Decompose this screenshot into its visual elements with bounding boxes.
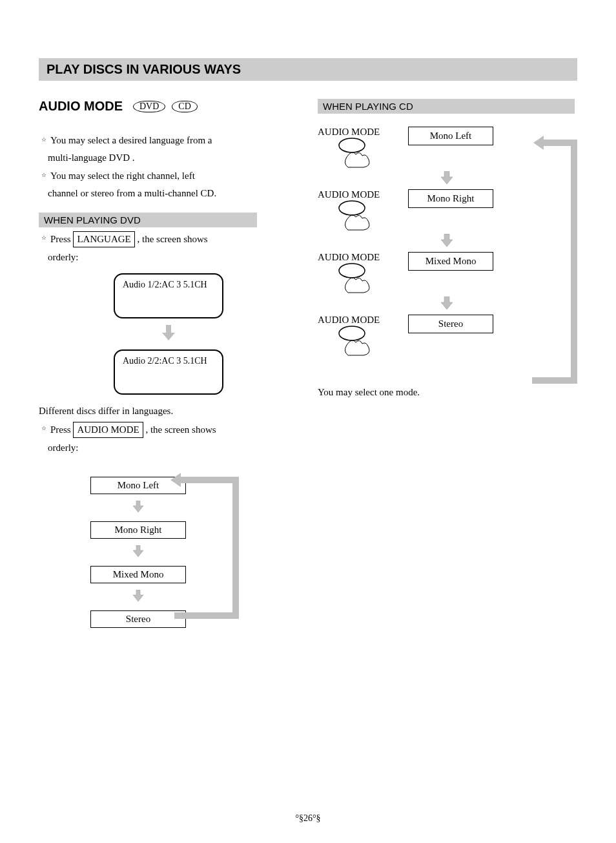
press-button-icon bbox=[334, 326, 379, 357]
language-key: LANGUAGE bbox=[73, 231, 134, 247]
press-suffix: , the screen shows bbox=[135, 234, 208, 244]
press-button-icon bbox=[334, 138, 379, 169]
press2-suffix: , the screen shows bbox=[143, 424, 216, 435]
cd-section-header: WHEN PLAYING CD bbox=[318, 99, 575, 114]
press-button-icon bbox=[334, 200, 379, 231]
loop-arrow-icon bbox=[168, 469, 245, 630]
svg-point-1 bbox=[339, 201, 365, 215]
audiomode-label: AUDIO MODE bbox=[318, 127, 395, 138]
press-language-line: ☆ Press LANGUAGE , the screen shows bbox=[41, 231, 298, 247]
arrow-down-icon bbox=[441, 171, 453, 184]
section-title: AUDIO MODE bbox=[39, 99, 123, 114]
page-number: °§26°§ bbox=[0, 813, 616, 824]
svg-point-2 bbox=[339, 264, 365, 278]
intro-text-1b: multi-language DVD . bbox=[48, 151, 298, 165]
cd-mode-mono-left: Mono Left bbox=[408, 127, 493, 145]
intro-bullet-1: ☆ You may select a desired language from… bbox=[41, 133, 298, 148]
press-audiomode-line: ☆ Press AUDIO MODE , the screen shows bbox=[41, 422, 298, 438]
cd-mode-mixed-mono: Mixed Mono bbox=[408, 252, 493, 271]
svg-point-3 bbox=[339, 326, 365, 340]
loop-arrow-icon bbox=[532, 133, 584, 391]
audiomode-label: AUDIO MODE bbox=[318, 252, 395, 263]
arrow-down-icon bbox=[133, 545, 143, 559]
orderly-text: orderly: bbox=[48, 250, 298, 265]
press-prefix: Press bbox=[50, 234, 73, 244]
cd-mode-stereo: Stereo bbox=[408, 315, 493, 333]
main-title: PLAY DISCS IN VARIOUS WAYS bbox=[39, 58, 577, 81]
cd-mode-mono-right: Mono Right bbox=[408, 189, 493, 208]
audiomode-label: AUDIO MODE bbox=[318, 189, 395, 200]
screen-box-2: Audio 2/2:AC 3 5.1CH bbox=[114, 349, 223, 395]
diff-discs-text: Different discs differ in languages. bbox=[39, 404, 298, 419]
bullet-icon: ☆ bbox=[41, 234, 46, 243]
audiomode-label: AUDIO MODE bbox=[318, 315, 395, 326]
left-column: AUDIO MODE DVD CD ☆ You may select a des… bbox=[39, 99, 298, 643]
intro-text-2a: You may select the right channel, left bbox=[50, 169, 195, 183]
intro-text-2b: channel or stereo from a multi-channel C… bbox=[48, 186, 298, 201]
bullet-icon: ☆ bbox=[41, 171, 46, 180]
svg-point-0 bbox=[339, 138, 365, 152]
press-button-icon bbox=[334, 263, 379, 294]
cd-tag: CD bbox=[172, 101, 197, 112]
dvd-section-header: WHEN PLAYING DVD bbox=[39, 213, 257, 227]
arrow-down-icon bbox=[133, 501, 143, 515]
arrow-down-icon bbox=[162, 325, 175, 343]
dvd-tag: DVD bbox=[133, 101, 165, 112]
screen-box-1: Audio 1/2:AC 3 5.1CH bbox=[114, 273, 223, 318]
intro-bullet-2: ☆ You may select the right channel, left bbox=[41, 169, 298, 183]
orderly2-text: orderly: bbox=[48, 441, 298, 455]
arrow-down-icon bbox=[441, 297, 453, 309]
bullet-icon: ☆ bbox=[41, 424, 46, 433]
bullet-icon: ☆ bbox=[41, 136, 46, 145]
audio-mode-key: AUDIO MODE bbox=[73, 422, 143, 438]
intro-text-1a: You may select a desired language from a bbox=[50, 133, 212, 148]
press2-prefix: Press bbox=[50, 424, 73, 435]
right-column: WHEN PLAYING CD AUDIO MODE Mono Left bbox=[318, 99, 577, 643]
arrow-down-icon bbox=[133, 590, 143, 604]
arrow-down-icon bbox=[441, 234, 453, 247]
